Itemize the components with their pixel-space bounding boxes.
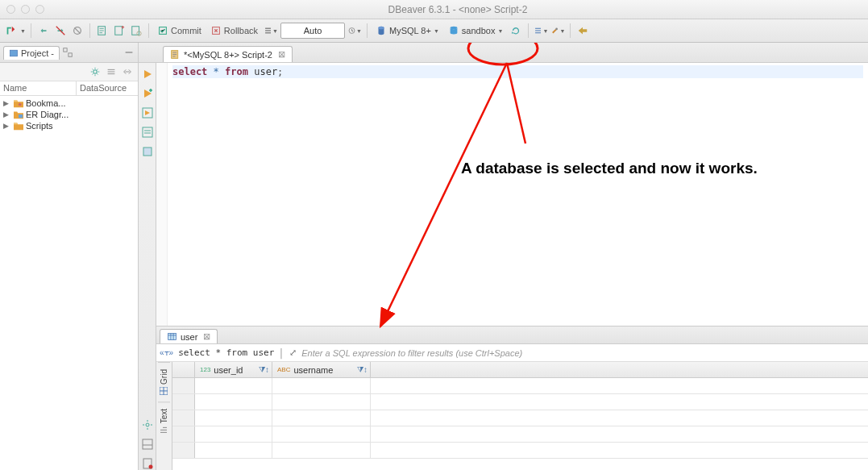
svg-point-9 — [450, 27, 457, 30]
window-controls — [6, 5, 44, 14]
preferences-icon[interactable] — [575, 23, 590, 38]
disconnect-icon[interactable] — [53, 23, 68, 38]
sql-editor-icon[interactable] — [95, 23, 110, 38]
grid-header-row: 123 user_id ⧩↕ ABC username ⧩↕ — [172, 362, 868, 378]
execute-new-tab-icon[interactable] — [141, 87, 154, 100]
cancel-icon[interactable] — [70, 23, 85, 38]
list-icon[interactable]: ▼ — [534, 23, 548, 38]
close-tab-icon[interactable]: ⊠ — [203, 331, 210, 342]
filter-input[interactable]: Enter a SQL expression to filter results… — [301, 348, 522, 358]
svg-point-10 — [556, 28, 559, 31]
svg-rect-13 — [69, 53, 72, 56]
svg-point-20 — [146, 423, 149, 426]
tools-icon[interactable]: ▼ — [550, 23, 565, 38]
log-icon[interactable] — [141, 457, 154, 470]
svg-rect-2 — [115, 27, 123, 35]
sql-editor[interactable]: select * from user; — [156, 63, 868, 326]
column-header-username[interactable]: ABC username ⧩↕ — [272, 362, 371, 377]
svg-point-8 — [379, 27, 384, 30]
table-row[interactable] — [172, 443, 868, 459]
tree-item-er-diagrams[interactable]: ▶ ER Diagr... — [0, 109, 138, 120]
svg-point-14 — [93, 70, 97, 73]
svg-point-23 — [148, 465, 152, 469]
connect-icon[interactable] — [36, 23, 51, 38]
gear-icon[interactable] — [89, 66, 101, 77]
panel-toggle-icon[interactable] — [141, 438, 154, 451]
svg-rect-24 — [168, 333, 177, 339]
results-tab-user[interactable]: user ⊠ — [160, 329, 218, 343]
minimize-window-button[interactable] — [21, 5, 30, 14]
svg-rect-15 — [19, 114, 23, 118]
new-connection-icon[interactable] — [3, 23, 18, 38]
minimize-icon[interactable] — [123, 47, 135, 58]
tree-item-scripts[interactable]: ▶ Scripts — [0, 120, 138, 131]
new-sql-icon[interactable] — [112, 23, 127, 38]
window-titlebar: DBeaver 6.3.1 - <none> Script-2 — [0, 0, 868, 19]
svg-rect-12 — [64, 48, 67, 52]
dropdown-arrow-icon: ▼ — [434, 28, 439, 34]
svg-rect-11 — [10, 50, 18, 56]
table-row[interactable] — [172, 426, 868, 443]
results-grid[interactable]: 123 user_id ⧩↕ ABC username ⧩↕ — [172, 362, 868, 470]
grid-view-tab[interactable]: Grid — [158, 362, 170, 401]
close-tab-icon[interactable]: ⊠ — [278, 49, 285, 60]
rollback-label: Rollback — [224, 26, 258, 35]
database-selector[interactable]: sandbox ▼ — [445, 23, 507, 39]
project-tree: ▶ Bookma... ▶ ER Diagr... ▶ Scripts — [0, 96, 138, 470]
svg-rect-21 — [143, 439, 152, 449]
filter-icon[interactable]: ⧩↕ — [357, 365, 365, 375]
sql-tag-icon: «ᴛ» — [160, 348, 173, 357]
editor-area: *<MySQL 8+> Script-2 ⊠ — [139, 43, 868, 470]
editor-action-bar — [139, 63, 156, 470]
project-panel-tab[interactable]: Project - — [3, 46, 60, 60]
maximize-window-button[interactable] — [35, 5, 44, 14]
dropdown-arrow-icon: ▼ — [497, 28, 503, 34]
main-toolbar: ▼ Commit Rollback ▼ Auto ▼ MySQL 8+ ▼ sa… — [0, 19, 868, 43]
execute-icon[interactable] — [141, 68, 154, 81]
datasource-selector[interactable]: MySQL 8+ ▼ — [372, 23, 442, 39]
commit-mode-combo[interactable]: Auto — [280, 23, 345, 39]
rollback-button[interactable]: Rollback — [207, 23, 261, 39]
expand-icon[interactable]: ⤢ — [289, 347, 297, 358]
datasource-label: MySQL 8+ — [389, 26, 431, 35]
svg-rect-3 — [132, 27, 139, 35]
minimize-panel-icon[interactable] — [62, 47, 73, 58]
transaction-mode-icon[interactable]: ▼ — [264, 23, 278, 38]
editor-tab-script[interactable]: *<MySQL 8+> Script-2 ⊠ — [163, 46, 293, 62]
refresh-icon[interactable] — [509, 23, 523, 38]
results-view-switcher: Grid Text — [156, 362, 172, 470]
execute-script-icon[interactable] — [141, 106, 154, 119]
project-sidebar: Project - Name DataSource ▶ Bookma... ▶ … — [0, 43, 139, 470]
table-row[interactable] — [172, 394, 868, 410]
filter-icon[interactable]: ⧩↕ — [259, 365, 267, 375]
tree-header: Name DataSource — [0, 81, 138, 96]
execute-plan-icon[interactable] — [141, 145, 154, 158]
results-filter-bar: «ᴛ» select * from user │ ⤢ Enter a SQL e… — [156, 344, 868, 362]
text-view-tab[interactable]: Text — [158, 401, 170, 440]
collapse-icon[interactable] — [106, 66, 117, 77]
table-row[interactable] — [172, 410, 868, 426]
explain-plan-icon[interactable] — [141, 126, 154, 139]
svg-rect-19 — [143, 148, 152, 156]
tree-item-bookmarks[interactable]: ▶ Bookma... — [0, 98, 138, 109]
database-label: sandbox — [462, 26, 496, 35]
commit-button[interactable]: Commit — [154, 23, 205, 39]
column-header-user-id[interactable]: 123 user_id ⧩↕ — [195, 362, 272, 377]
svg-rect-18 — [143, 127, 152, 137]
commit-label: Commit — [171, 26, 201, 35]
table-row[interactable] — [172, 378, 868, 394]
executed-query-label: select * from user — [178, 347, 274, 358]
dropdown-arrow-icon[interactable]: ▼ — [20, 28, 26, 34]
recent-sql-icon[interactable] — [129, 23, 143, 38]
link-icon[interactable] — [122, 66, 133, 77]
close-window-button[interactable] — [6, 5, 15, 14]
transaction-log-icon[interactable]: ▼ — [347, 23, 362, 38]
sql-line: select * from user; — [172, 65, 863, 78]
settings-icon[interactable] — [141, 418, 154, 431]
window-title: DBeaver 6.3.1 - <none> Script-2 — [54, 4, 862, 15]
